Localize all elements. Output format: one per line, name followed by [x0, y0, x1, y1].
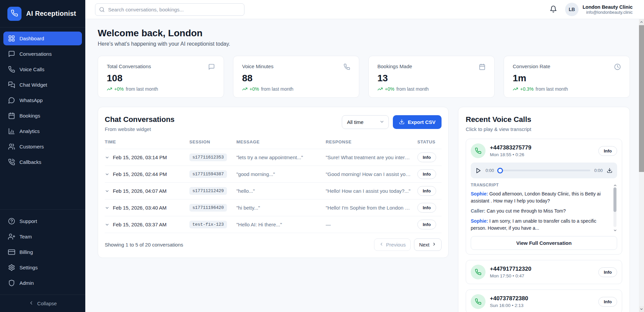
chat-widget-icon: [8, 81, 15, 88]
stat-trend-suffix: from last month: [536, 86, 568, 92]
sidebar-item-team[interactable]: Team: [3, 230, 82, 243]
info-button[interactable]: Info: [417, 203, 436, 213]
call-number: +447917712320: [490, 266, 594, 272]
chevron-down-icon: [379, 119, 384, 125]
info-button[interactable]: Info: [598, 146, 617, 156]
recent-voice-calls-panel: Recent Voice Calls Click to play & view …: [458, 107, 630, 312]
sidebar-item-label: Customers: [19, 144, 44, 149]
call-number: +40737872380: [490, 295, 594, 302]
phone-icon: [11, 9, 18, 18]
chevron-down-icon[interactable]: [105, 206, 109, 210]
voice-call-card-expanded[interactable]: +447383275779 Mon 18:55 • 0:26 Info 0:00…: [466, 139, 622, 255]
trending-up-icon: [107, 86, 112, 92]
info-button[interactable]: Info: [417, 152, 436, 162]
table-row[interactable]: Feb 15, 2026, 04:07 AM s17711212429 "hel…: [105, 182, 442, 199]
chevron-up-icon[interactable]: [613, 183, 617, 187]
table-row[interactable]: Feb 15, 2026, 03:14 PM s17711612353 "let…: [105, 149, 442, 166]
stat-value: 88: [242, 73, 350, 84]
topbar: LB London Beauty Clinic info@londonbeaut…: [85, 0, 644, 19]
info-button[interactable]: Info: [417, 220, 436, 229]
call-meta: Sun 16:00 • 2:13: [490, 303, 594, 308]
row-response: "Hello! I'm Sophie from the London Be...: [326, 205, 417, 211]
sidebar-item-bookings[interactable]: Bookings: [3, 109, 82, 123]
info-button[interactable]: Info: [417, 186, 436, 196]
speaker-name: Caller:: [471, 208, 486, 214]
sidebar-item-support[interactable]: Support: [3, 214, 82, 228]
sidebar-item-settings[interactable]: Settings: [3, 261, 82, 274]
voice-call-card[interactable]: +40737872380 Sun 16:00 • 2:13 Info: [466, 289, 622, 312]
transcript-section: TRANSCRIPT Sophie: Good afternoon, Londo…: [471, 183, 617, 232]
next-page-button[interactable]: Next: [414, 238, 442, 251]
info-button[interactable]: Info: [598, 297, 617, 307]
row-response: "Good morning! How can I assist you t...: [326, 171, 417, 177]
sidebar-item-label: Admin: [19, 280, 34, 286]
table-row[interactable]: Feb 15, 2026, 03:37 AM test-fix-123 "Hel…: [105, 216, 442, 233]
trending-up-icon: [377, 86, 383, 92]
transcript-line: Sophie: I am sorry, I am unable to trans…: [471, 218, 610, 232]
chevron-down-icon[interactable]: [105, 155, 109, 160]
voice-call-card[interactable]: +447917712320 Mon 17:50 • 0:47 Info: [466, 260, 622, 284]
view-full-conversation-button[interactable]: View Full Conversation: [471, 236, 617, 250]
sidebar-item-label: WhatsApp: [19, 97, 43, 103]
trending-up-icon: [513, 86, 518, 92]
player-total-time: 0:00: [594, 168, 603, 173]
chevron-down-icon[interactable]: [613, 228, 617, 232]
chevron-down-icon[interactable]: [105, 189, 109, 193]
search-input[interactable]: [95, 3, 244, 16]
column-header-time: TIME: [105, 139, 189, 144]
phone-icon: [8, 66, 15, 73]
info-button[interactable]: Info: [598, 267, 617, 277]
sidebar-item-chat-widget[interactable]: Chat Widget: [3, 78, 82, 92]
table-footer: Showing 1 to 5 of 20 conversations Previ…: [105, 233, 442, 251]
chevron-down-icon[interactable]: [105, 172, 109, 177]
users-icon: [8, 143, 15, 150]
transcript-line: Sophie: Good afternoon, London Beauty Cl…: [471, 190, 610, 205]
export-csv-label: Export CSV: [408, 119, 435, 125]
stat-value: 1m: [513, 73, 621, 84]
sidebar-item-dashboard[interactable]: Dashboard: [3, 32, 82, 45]
logo-badge: [7, 7, 21, 21]
user-plus-icon: [8, 233, 15, 240]
page-scrollbar[interactable]: [639, 19, 644, 312]
play-icon[interactable]: [475, 168, 481, 174]
scrollbar-thumb[interactable]: [639, 25, 644, 172]
transcript-scrollbar[interactable]: [613, 183, 617, 232]
export-csv-button[interactable]: Export CSV: [393, 115, 442, 129]
sidebar-item-customers[interactable]: Customers: [3, 140, 82, 153]
sidebar-item-conversations[interactable]: Conversations: [3, 47, 82, 61]
collapse-label: Collapse: [37, 301, 57, 306]
app-logo: AI Receptionist: [0, 0, 85, 28]
transcript-label: TRANSCRIPT: [471, 183, 610, 187]
bar-chart-icon: [8, 128, 15, 135]
sidebar-item-label: Dashboard: [19, 36, 44, 41]
sidebar-item-voice-calls[interactable]: Voice Calls: [3, 62, 82, 76]
sidebar-item-label: Team: [19, 234, 32, 239]
sidebar-collapse-button[interactable]: Collapse: [0, 295, 85, 312]
sidebar-item-billing[interactable]: Billing: [3, 245, 82, 259]
sidebar-item-admin[interactable]: Admin: [3, 276, 82, 290]
scroll-up-arrow-icon[interactable]: [639, 19, 644, 25]
conversations-subtitle: From website widget: [105, 126, 175, 132]
sidebar-item-label: Callbacks: [19, 159, 41, 165]
account-meta: London Beauty Clinic info@londonbeauty.c…: [583, 4, 633, 15]
scrollbar-thumb[interactable]: [613, 187, 616, 212]
slider-thumb[interactable]: [497, 168, 503, 173]
chevron-down-icon[interactable]: [105, 222, 109, 227]
dashboard-content: Welcome back, London Here's what's happe…: [85, 19, 644, 312]
time-filter-select[interactable]: All time: [342, 115, 389, 129]
download-icon[interactable]: [607, 168, 612, 173]
page-subtitle: Here's what's happening with your AI rec…: [98, 41, 630, 47]
bell-icon[interactable]: [550, 5, 558, 13]
scrollbar-track[interactable]: [639, 25, 644, 306]
sidebar-item-callbacks[interactable]: Callbacks: [3, 155, 82, 169]
seek-slider[interactable]: [498, 170, 590, 171]
scroll-down-arrow-icon[interactable]: [639, 306, 644, 312]
account-menu[interactable]: LB London Beauty Clinic info@londonbeaut…: [565, 3, 633, 16]
table-row[interactable]: Feb 15, 2026, 02:44 PM s17711594387 "goo…: [105, 166, 442, 182]
table-row[interactable]: Feb 15, 2026, 03:40 AM s17711196420 "hi …: [105, 199, 442, 216]
sidebar-item-analytics[interactable]: Analytics: [3, 124, 82, 138]
row-time: Feb 15, 2026, 03:40 AM: [113, 205, 167, 211]
previous-page-button[interactable]: Previous: [374, 238, 411, 251]
sidebar-item-whatsapp[interactable]: WhatsApp: [3, 93, 82, 107]
info-button[interactable]: Info: [417, 169, 436, 179]
